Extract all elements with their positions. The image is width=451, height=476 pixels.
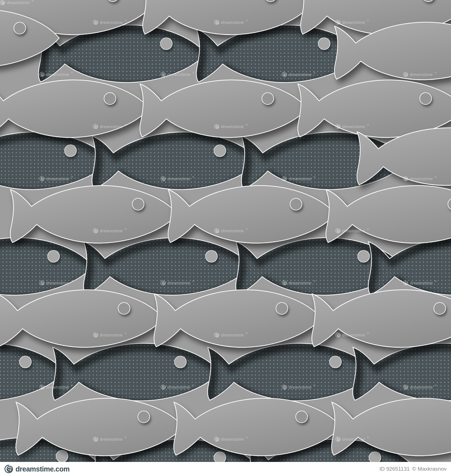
fish-pattern-svg [0,0,451,462]
image-author: © Maxkrasnov [412,466,446,472]
dreamstime-brand: dreamstime.com [5,465,70,473]
footer-bar: dreamstime.com ID 92651131 © Maxkrasnov [0,462,451,476]
brand-text: dreamstime.com [16,465,70,473]
fish-pattern-image: dreamstime® dreamstime® dreamstime® drea… [0,0,451,462]
image-credit: ID 92651131 © Maxkrasnov [379,466,446,472]
stock-image-preview: dreamstime® dreamstime® dreamstime® drea… [0,0,451,476]
dreamstime-logo-icon [5,465,13,473]
image-id: ID 92651131 [379,466,410,472]
